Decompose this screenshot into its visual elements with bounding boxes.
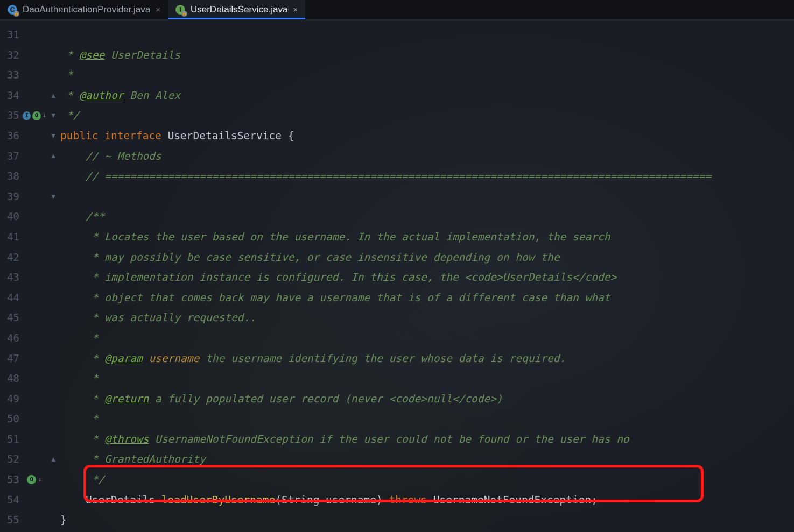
line-number: 46: [0, 328, 23, 349]
lock-icon: 🔒: [181, 11, 187, 17]
line-number: 31: [0, 25, 23, 45]
fold-gutter-row: [46, 207, 60, 227]
line-number: 39: [0, 187, 23, 207]
fold-gutter-row: [46, 166, 60, 187]
line-number: 53: [0, 470, 23, 490]
close-icon[interactable]: ×: [156, 5, 160, 14]
line-number: 54: [0, 490, 23, 510]
fold-gutter-row: [46, 267, 60, 288]
fold-start-icon[interactable]: [50, 112, 57, 119]
gutter-mark-row: [23, 429, 46, 450]
gutter-mark-row: [23, 86, 46, 106]
gutter-mark-row: [23, 187, 46, 207]
gutter-mark-row: [23, 207, 46, 227]
gutter-mark-row: [23, 288, 46, 308]
fold-end-icon[interactable]: [50, 92, 57, 100]
tab-dao-authentication-provider[interactable]: C 🔒 DaoAuthenticationProvider.java ×: [0, 0, 168, 19]
marker-gutter: IO↓O↓: [23, 19, 46, 532]
fold-gutter-row: [46, 449, 60, 470]
fold-gutter-row: [46, 409, 60, 429]
implemented-icon[interactable]: I: [23, 111, 31, 120]
override-icon[interactable]: O: [32, 111, 40, 120]
line-number: 47: [0, 349, 23, 369]
close-icon[interactable]: ×: [293, 5, 298, 14]
fold-gutter-row: [46, 470, 60, 490]
fold-gutter-row: [46, 25, 60, 45]
fold-gutter: [46, 19, 60, 532]
line-number: 34: [0, 86, 23, 106]
fold-start-icon[interactable]: [50, 132, 57, 140]
gutter-mark-row: [23, 126, 46, 146]
fold-gutter-row: [46, 126, 60, 146]
line-number: 33: [0, 65, 23, 86]
fold-gutter-row: [46, 389, 60, 409]
class-file-icon: C 🔒: [8, 5, 17, 15]
gutter-mark-row: [23, 227, 46, 247]
line-number: 42: [0, 247, 23, 268]
gutter-mark-row: [23, 389, 46, 409]
fold-gutter-row: [46, 45, 60, 66]
gutter-mark-row: [23, 349, 46, 369]
fold-end-icon[interactable]: [50, 456, 57, 463]
tab-label: UserDetailsService.java: [191, 4, 287, 15]
fold-gutter-row: [46, 105, 60, 126]
gutter-mark-row: [23, 328, 46, 349]
tab-label: DaoAuthenticationProvider.java: [23, 4, 150, 15]
line-number: 52: [0, 449, 23, 470]
fold-gutter-row: [46, 308, 60, 328]
implements-arrow-icon[interactable]: ↓: [38, 470, 41, 490]
gutter-mark-row: [23, 65, 46, 86]
line-number: 45: [0, 308, 23, 328]
fold-gutter-row: [46, 368, 60, 389]
editor-tab-bar: C 🔒 DaoAuthenticationProvider.java × I 🔒…: [0, 0, 794, 19]
gutter-mark-row: [23, 449, 46, 470]
gutter-mark-row: O↓: [23, 470, 46, 490]
gutter-mark-row: [23, 166, 46, 187]
line-number: 48: [0, 368, 23, 389]
fold-gutter-row: [46, 490, 60, 510]
interface-file-icon: I 🔒: [175, 5, 185, 15]
code-area[interactable]: * @see UserDetails * * @author Ben Alex …: [60, 19, 794, 532]
line-number: 38: [0, 166, 23, 187]
fold-gutter-row: [46, 349, 60, 369]
fold-gutter-row: [46, 86, 60, 106]
line-number: 50: [0, 409, 23, 429]
implements-arrow-icon[interactable]: ↓: [43, 105, 46, 126]
gutter-mark-row: [23, 45, 46, 66]
line-number: 40: [0, 207, 23, 227]
line-number: 37: [0, 146, 23, 167]
fold-start-icon[interactable]: [50, 193, 57, 201]
fold-gutter-row: [46, 429, 60, 450]
line-number: 55: [0, 510, 23, 530]
gutter-mark-row: [23, 510, 46, 530]
gutter-mark-row: [23, 25, 46, 45]
override-icon[interactable]: O: [27, 475, 36, 484]
fold-gutter-row: [46, 328, 60, 349]
gutter-mark-row: IO↓: [23, 105, 46, 126]
line-number: 41: [0, 227, 23, 247]
fold-end-icon[interactable]: [50, 152, 57, 160]
gutter-mark-row: [23, 146, 46, 167]
fold-gutter-row: [46, 288, 60, 308]
line-number: 49: [0, 389, 23, 409]
gutter-mark-row: [23, 308, 46, 328]
tab-user-details-service[interactable]: I 🔒 UserDetailsService.java ×: [168, 0, 305, 19]
fold-gutter-row: [46, 187, 60, 207]
line-number: 36: [0, 126, 23, 146]
code-editor[interactable]: 3132333435363738394041424344454647484950…: [0, 19, 794, 532]
lock-icon: 🔒: [13, 11, 19, 17]
fold-gutter-row: [46, 247, 60, 268]
line-number: 51: [0, 429, 23, 450]
gutter-mark-row: [23, 247, 46, 268]
gutter-mark-row: [23, 490, 46, 510]
line-number: 32: [0, 45, 23, 66]
fold-gutter-row: [46, 146, 60, 167]
line-number: 35: [0, 105, 23, 126]
line-number: 44: [0, 288, 23, 308]
fold-gutter-row: [46, 510, 60, 530]
fold-gutter-row: [46, 65, 60, 86]
gutter-mark-row: [23, 267, 46, 288]
line-number-gutter: 3132333435363738394041424344454647484950…: [0, 19, 23, 532]
gutter-mark-row: [23, 368, 46, 389]
fold-gutter-row: [46, 227, 60, 247]
